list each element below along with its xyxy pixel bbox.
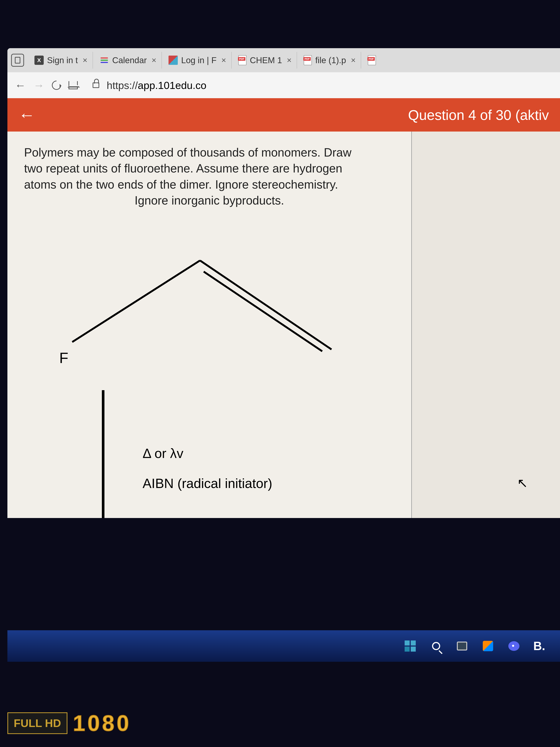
close-icon[interactable]: × bbox=[83, 56, 87, 65]
close-icon[interactable]: × bbox=[221, 56, 226, 65]
main-panel: Polymers may be composed of thousands of… bbox=[7, 132, 412, 518]
tab-overflow[interactable] bbox=[363, 52, 381, 69]
reaction-conditions: Δ or λv AIBN (radical initiator) bbox=[142, 446, 272, 506]
pdf-icon bbox=[238, 55, 246, 65]
tab-label: Sign in t bbox=[47, 55, 78, 65]
tab-file[interactable]: file (1).p × bbox=[298, 52, 361, 69]
question-line: Polymers may be composed of thousands of… bbox=[24, 146, 351, 159]
windows-icon bbox=[405, 641, 416, 651]
calendar-app-icon bbox=[100, 56, 109, 65]
address-bar: ← → https://app.101edu.co bbox=[7, 72, 560, 98]
start-button[interactable] bbox=[404, 640, 417, 652]
monitor-badge: FULL HD 1080 bbox=[7, 710, 131, 736]
fluorine-atom-label: F bbox=[59, 350, 68, 366]
x-app-icon: X bbox=[34, 56, 44, 65]
search-button[interactable] bbox=[430, 640, 443, 652]
home-button[interactable] bbox=[69, 81, 78, 89]
condition-heat-light: Δ or λv bbox=[142, 446, 272, 461]
tab-chem[interactable]: CHEM 1 × bbox=[233, 52, 297, 69]
close-icon[interactable]: × bbox=[351, 56, 356, 65]
molecule-diagram[interactable]: F Δ or λv AIBN (radical initiator) ⌄ ↖ bbox=[24, 246, 395, 505]
tab-label: file (1).p bbox=[315, 55, 346, 65]
chat-icon bbox=[508, 641, 519, 651]
tab-label: Log in | F bbox=[181, 55, 216, 65]
tab-label: CHEM 1 bbox=[250, 55, 282, 65]
app-header: ← Question 4 of 30 (aktiv bbox=[7, 98, 560, 132]
lock-icon[interactable] bbox=[92, 82, 99, 88]
pinned-app[interactable] bbox=[481, 640, 495, 652]
badge-resolution: 1080 bbox=[73, 710, 131, 736]
url-text[interactable]: https://app.101edu.co bbox=[107, 79, 207, 91]
app-icon bbox=[483, 641, 493, 651]
search-icon bbox=[432, 642, 440, 650]
back-button[interactable]: ← bbox=[15, 79, 26, 92]
svg-line-1 bbox=[200, 260, 331, 350]
app-back-button[interactable]: ← bbox=[19, 105, 35, 125]
chat-button[interactable] bbox=[507, 640, 521, 652]
tab-signin[interactable]: X Sign in t × bbox=[29, 52, 93, 69]
url-domain: app.101edu.co bbox=[138, 79, 207, 91]
login-app-icon bbox=[168, 56, 178, 65]
browser-tab-bar: X Sign in t × Calendar × Log in | F × CH… bbox=[7, 48, 560, 72]
cursor-icon: ↖ bbox=[517, 475, 528, 491]
taskview-icon bbox=[457, 642, 467, 650]
question-counter: Question 4 of 30 (aktiv bbox=[408, 107, 549, 123]
forward-button[interactable]: → bbox=[33, 79, 45, 92]
side-panel bbox=[412, 132, 560, 518]
molecule-structure bbox=[43, 246, 357, 375]
question-line: two repeat units of fluoroethene. Assume… bbox=[24, 162, 342, 175]
svg-line-0 bbox=[72, 260, 200, 342]
question-text: Polymers may be composed of thousands of… bbox=[24, 145, 395, 209]
question-line: atoms on the two ends of the dimer. Igno… bbox=[24, 178, 338, 191]
refresh-button[interactable] bbox=[50, 79, 63, 92]
pdf-icon bbox=[368, 55, 376, 65]
close-icon[interactable]: × bbox=[287, 56, 292, 65]
pdf-icon bbox=[304, 55, 312, 65]
content-area: Polymers may be composed of thousands of… bbox=[7, 132, 560, 518]
tab-group-icon[interactable] bbox=[11, 54, 24, 67]
tab-login[interactable]: Log in | F × bbox=[163, 52, 232, 69]
reaction-arrow bbox=[102, 390, 109, 518]
b-label: B. bbox=[533, 639, 545, 653]
condition-initiator: AIBN (radical initiator) bbox=[142, 476, 272, 491]
windows-taskbar: B. bbox=[7, 630, 560, 662]
close-icon[interactable]: × bbox=[152, 56, 157, 65]
task-view-button[interactable] bbox=[456, 640, 469, 652]
svg-line-2 bbox=[204, 272, 322, 351]
tab-calendar[interactable]: Calendar × bbox=[95, 52, 162, 69]
url-protocol: https:// bbox=[107, 79, 138, 91]
tab-label: Calendar bbox=[112, 55, 147, 65]
badge-box: FULL HD bbox=[7, 712, 68, 734]
question-line: Ignore inorganic byproducts. bbox=[24, 192, 395, 208]
